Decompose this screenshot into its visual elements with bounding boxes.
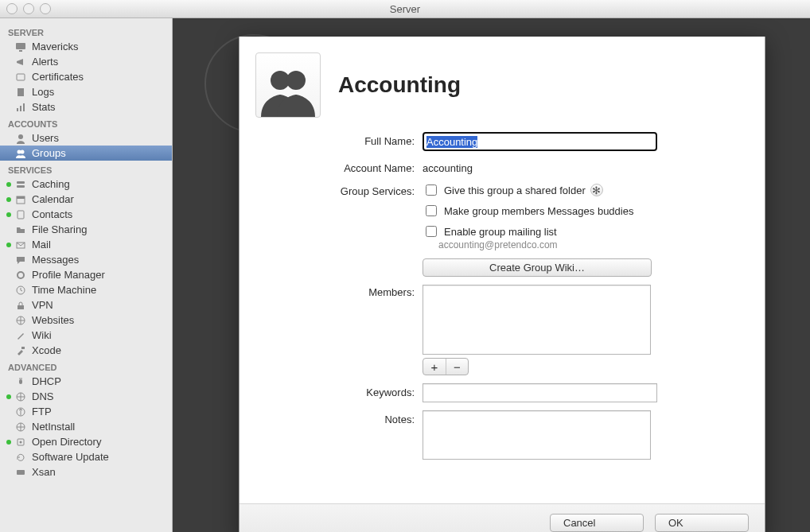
sidebar-item-messages[interactable]: Messages xyxy=(0,252,172,267)
full-name-label: Full Name: xyxy=(255,132,415,147)
sidebar-item-label: Mavericks xyxy=(32,41,79,52)
svg-rect-21 xyxy=(19,379,22,384)
group-icon xyxy=(14,147,27,160)
keywords-input[interactable] xyxy=(423,383,657,402)
pencil-icon xyxy=(14,329,27,342)
sidebar-item-wiki[interactable]: Wiki xyxy=(0,328,172,343)
sidebar-item-label: File Sharing xyxy=(32,223,87,235)
sidebar-item-label: Users xyxy=(32,132,59,144)
sidebar-item-filesharing[interactable]: File Sharing xyxy=(0,222,172,237)
messages-buddies-checkbox[interactable] xyxy=(426,205,437,216)
keywords-label: Keywords: xyxy=(255,383,415,398)
sidebar-section-accounts: ACCOUNTS xyxy=(0,115,172,130)
sidebar-item-label: FTP xyxy=(32,406,52,417)
sidebar-item-opendirectory[interactable]: Open Directory xyxy=(0,434,172,449)
svg-point-7 xyxy=(18,134,23,139)
svg-rect-4 xyxy=(17,108,18,111)
notes-input[interactable] xyxy=(423,410,651,460)
sidebar-item-label: Time Machine xyxy=(32,284,96,296)
sidebar-item-dhcp[interactable]: DHCP xyxy=(0,374,172,389)
mail-icon xyxy=(14,239,27,251)
status-dot-icon xyxy=(6,394,11,399)
ok-button[interactable]: OK xyxy=(655,514,749,532)
gear-icon xyxy=(14,269,27,282)
sidebar-item-dns[interactable]: DNS xyxy=(0,389,172,404)
shared-folder-options-gear-icon[interactable]: ✻ xyxy=(590,184,603,196)
sidebar-section-services: SERVICES xyxy=(0,161,172,177)
sidebar-item-label: Contacts xyxy=(32,208,72,220)
members-label: Members: xyxy=(255,285,415,298)
sidebar-item-label: Alerts xyxy=(32,56,58,68)
sidebar-item-mail[interactable]: Mail xyxy=(0,237,172,252)
group-form: Full Name: Account Name: accounting Grou… xyxy=(255,132,742,460)
sidebar-item-profilemanager[interactable]: Profile Manager xyxy=(0,267,172,282)
update-icon xyxy=(14,451,27,464)
window-title: Server xyxy=(0,3,810,15)
members-list[interactable] xyxy=(423,285,651,355)
sidebar-item-label: Calendar xyxy=(32,193,74,205)
hammer-icon xyxy=(14,344,27,357)
cancel-button[interactable]: Cancel xyxy=(550,514,644,532)
sidebar-item-xsan[interactable]: Xsan xyxy=(0,464,172,480)
svg-rect-14 xyxy=(18,211,24,219)
sidebar-item-xcode[interactable]: Xcode xyxy=(0,343,172,358)
mailing-list-checkbox[interactable] xyxy=(426,226,437,237)
sheet-footer: Cancel OK xyxy=(239,503,765,532)
group-silhouette-icon xyxy=(259,66,317,117)
mailing-list-checkbox-label: Enable group mailing list xyxy=(444,226,557,238)
sidebar-item-caching[interactable]: Caching xyxy=(0,177,172,192)
sidebar-item-groups[interactable]: Groups xyxy=(0,146,172,161)
svg-point-16 xyxy=(18,272,24,278)
full-name-input[interactable] xyxy=(423,132,657,151)
sidebar-item-vpn[interactable]: VPN xyxy=(0,297,172,313)
titlebar: Server xyxy=(0,0,810,18)
shared-folder-checkbox-label: Give this group a shared folder xyxy=(444,184,586,196)
remove-member-button[interactable]: − xyxy=(446,359,468,375)
account-name-label: Account Name: xyxy=(255,159,415,174)
sidebar-item-calendar[interactable]: Calendar xyxy=(0,192,172,207)
sidebar-item-softwareupdate[interactable]: Software Update xyxy=(0,449,172,464)
globe-icon xyxy=(14,390,27,403)
contacts-icon xyxy=(14,208,27,221)
window-body: SERVERMavericksAlertsCertificatesLogsSta… xyxy=(0,18,810,532)
svg-rect-0 xyxy=(16,43,25,49)
sidebar-item-stats[interactable]: Stats xyxy=(0,99,172,115)
sidebar-item-label: Xcode xyxy=(32,344,61,356)
group-services-label: Group Services: xyxy=(255,182,415,197)
shared-folder-checkbox[interactable] xyxy=(426,184,437,196)
sidebar-item-timemachine[interactable]: Time Machine xyxy=(0,282,172,297)
create-group-wiki-button[interactable]: Create Group Wiki… xyxy=(423,258,652,277)
sidebar-item-label: Certificates xyxy=(32,71,84,83)
add-member-button[interactable]: + xyxy=(423,359,446,375)
folder-icon xyxy=(14,223,27,236)
sidebar-item-alerts[interactable]: Alerts xyxy=(0,54,172,69)
sidebar-item-label: Stats xyxy=(32,101,56,113)
directory-icon xyxy=(14,436,27,449)
user-icon xyxy=(14,132,27,145)
globe-icon xyxy=(14,314,27,327)
sidebar-item-websites[interactable]: Websites xyxy=(0,313,172,328)
sidebar-item-netinstall[interactable]: NetInstall xyxy=(0,419,172,434)
caching-icon xyxy=(14,178,27,191)
sidebar-item-ftp[interactable]: FTP xyxy=(0,404,172,419)
sidebar-item-users[interactable]: Users xyxy=(0,130,172,146)
account-name-value: accounting xyxy=(423,159,742,174)
status-dot-icon xyxy=(6,243,11,247)
sidebar-item-certificates[interactable]: Certificates xyxy=(0,69,172,84)
sidebar-item-mavericks[interactable]: Mavericks xyxy=(0,39,172,54)
globe-icon xyxy=(14,421,27,433)
ftp-icon xyxy=(14,406,27,418)
log-icon xyxy=(14,86,27,99)
bars-icon xyxy=(14,101,27,114)
sheet-body: Accounting Full Name: Account Name: acco… xyxy=(239,37,765,503)
sidebar-item-label: Xsan xyxy=(32,466,56,478)
sidebar-item-logs[interactable]: Logs xyxy=(0,84,172,99)
sidebar-item-label: Profile Manager xyxy=(32,269,105,281)
sidebar-item-contacts[interactable]: Contacts xyxy=(0,207,172,222)
svg-rect-11 xyxy=(17,185,25,188)
sidebar-item-label: Caching xyxy=(32,178,70,190)
group-avatar[interactable] xyxy=(255,52,321,118)
members-add-remove-segment: + − xyxy=(423,358,469,375)
svg-rect-10 xyxy=(17,181,25,184)
chat-icon xyxy=(14,254,27,266)
